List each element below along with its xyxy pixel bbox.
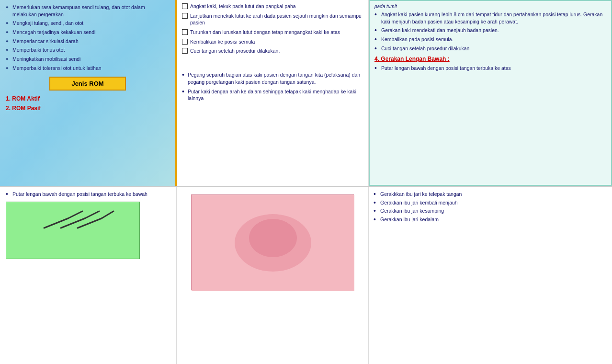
list-item: Memperbaiki tonus otot <box>6 46 170 54</box>
col-bottom-right: Gerakkkan ibu jari ke telepak tangan Ger… <box>369 187 612 364</box>
checkbox-item: Turunkan dan luruskan lutut dengan tetap… <box>182 29 363 36</box>
left-list: Memerlukan rasa kemampuan sendi tulang, … <box>6 4 170 72</box>
jenis-rom-label: Jenis ROM <box>71 80 103 87</box>
checkbox[interactable] <box>182 39 188 45</box>
bullet-item: Gerakkkan ibu jari ke telepak tangan <box>374 191 607 198</box>
top-section: Memerlukan rasa kemampuan sendi tulang, … <box>0 0 612 187</box>
top-cut-text: pada tumit <box>374 4 606 9</box>
list-item: Memerlukan rasa kemampuan sendi tulang, … <box>6 4 170 18</box>
col-bottom-left: Putar lengan bawah dengan posisi tangan … <box>0 187 177 364</box>
bullet-item: Gerakkan ibu jari kembali menjauh <box>374 199 607 206</box>
page-container: Memerlukan rasa kemampuan sendi tulang, … <box>0 0 612 364</box>
checkbox-item: Angkat kaki, tekuk pada lutut dan pangka… <box>182 3 363 10</box>
col-left: Memerlukan rasa kemampuan sendi tulang, … <box>0 0 177 186</box>
checkbox-text: Angkat kaki, tekuk pada lutut dan pangka… <box>190 3 296 10</box>
bottom-section: Putar lengan bawah dengan posisi tangan … <box>0 187 612 364</box>
rom-aktif: 1. ROM Aktif <box>6 95 170 102</box>
col-middle: Angkat kaki, tekuk pada lutut dan pangka… <box>177 0 369 186</box>
checkbox[interactable] <box>182 13 188 19</box>
checkbox-text: Turunkan dan luruskan lutut dengan tetap… <box>190 29 340 36</box>
checkbox-item: Lanjutkan menekuk lutut ke arah dada pas… <box>182 12 363 26</box>
bullet-item: Putar lengan bawah dengan posisi tangan … <box>6 191 170 198</box>
section-title: 4. Gerakan Lengan Bawah : <box>374 56 606 62</box>
list-item: Meningkatkan mobilisasi sendi <box>6 56 170 63</box>
bullet-item: Cuci tangan setelah prosedur dilakukan <box>374 45 606 52</box>
checkbox[interactable] <box>182 29 188 35</box>
checkbox-item: Kembalikan ke posisi semula <box>182 38 363 46</box>
checkbox-text: Kembalikan ke posisi semula <box>190 38 255 46</box>
bullet-item: Angkat kaki pasien kurang lebih 8 cm dar… <box>374 11 606 25</box>
list-item: Mencegah terjadinya kekakuan sendi <box>6 29 170 36</box>
pink-image-box <box>191 194 354 290</box>
checkbox-item: Cuci tangan setelah prosedur dilakukan. <box>182 47 363 55</box>
svg-line-1 <box>68 211 82 218</box>
list-item: Mengkaji tulang, sendi, dan otot <box>6 20 170 27</box>
jenis-rom-box: Jenis ROM <box>49 77 126 91</box>
bullet-item: Kembalikan pada posisi semula. <box>374 36 606 43</box>
green-image-box <box>6 202 140 259</box>
checkbox-text: Cuci tangan setelah prosedur dilakukan. <box>190 47 280 55</box>
bullet-item: Putar kaki dengan arah ke dalam sehingga… <box>182 88 363 102</box>
svg-point-8 <box>249 219 297 257</box>
checkbox[interactable] <box>182 3 188 9</box>
bullet-item: Gerakkan ibu jari kesamping <box>374 207 607 215</box>
col-bottom-middle <box>177 187 369 364</box>
checkbox[interactable] <box>182 48 188 54</box>
bullet-item: Gerakan kaki mendekati dan menjauh badan… <box>374 27 606 34</box>
svg-line-3 <box>85 211 99 218</box>
svg-line-5 <box>102 211 113 218</box>
bullet-item: Putar lengan bawah dengan posisi tangan … <box>374 65 606 72</box>
list-item: Memperlancar sirkulasi darah <box>6 38 170 45</box>
rom-pasif: 2. ROM Pasif <box>6 105 170 112</box>
col-right: pada tumit Angkat kaki pasien kurang leb… <box>369 0 612 186</box>
hand-drawing-icon <box>30 204 116 256</box>
list-item: Memperbaiki toleransi otot untuk latihan <box>6 65 170 72</box>
bullet-item: Pegang separuh bagian atas kaki pasien d… <box>182 71 363 85</box>
checkbox-text: Lanjutkan menekuk lutut ke arah dada pas… <box>190 12 363 26</box>
bullet-item: Gerakkan ibu jari kedalam <box>374 216 607 223</box>
